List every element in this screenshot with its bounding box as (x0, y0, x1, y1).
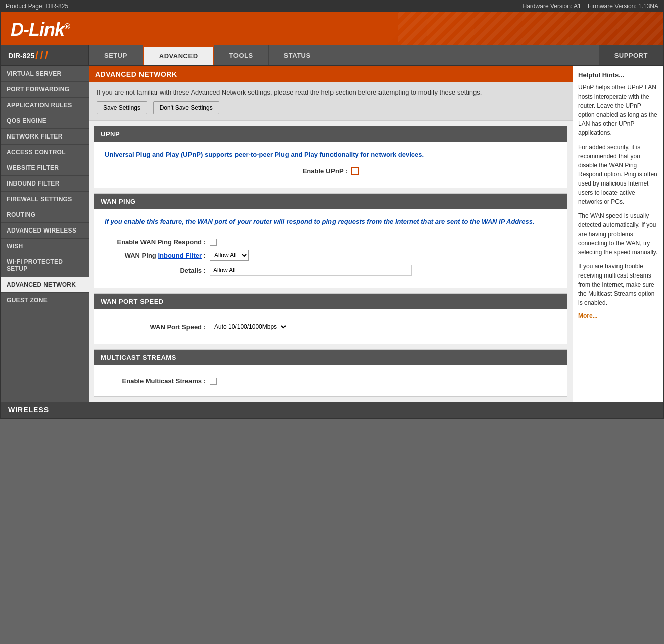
wan-ping-enable-row: Enable WAN Ping Respond : (105, 238, 557, 246)
sidebar-item-access-control[interactable]: ACCESS CONTROL (1, 145, 89, 160)
multicast-checkbox[interactable] (210, 378, 217, 385)
header: D-Link® (1, 12, 663, 45)
bottom-bar: WIRELESS (1, 402, 663, 418)
wan-ping-enable-label: Enable WAN Ping Respond : (105, 238, 206, 246)
sidebar-item-application-rules[interactable]: APPLICATION RULES (1, 98, 89, 113)
hint-4: If you are having trouble receiving mult… (578, 262, 658, 307)
upnp-enable-row: Enable UPnP : (105, 167, 557, 175)
wan-ping-respond-checkbox[interactable] (210, 239, 217, 246)
sidebar-item-advanced-network[interactable]: ADVANCED NETWORK (1, 277, 89, 293)
info-text: If you are not familiar with these Advan… (97, 88, 565, 96)
sidebar-item-guest-zone[interactable]: GUEST ZONE (1, 293, 89, 308)
hint-1: UPnP helps other UPnP LAN hosts interope… (578, 83, 658, 137)
top-bar: Product Page: DIR-825 Hardware Version: … (1, 1, 663, 12)
inbound-filter-link[interactable]: Inbound Filter (158, 252, 202, 259)
tab-status[interactable]: STATUS (269, 45, 326, 65)
info-box: If you are not familiar with these Advan… (89, 82, 573, 121)
hint-3: The WAN speed is usually detected automa… (578, 211, 658, 257)
sidebar-item-wish[interactable]: WISH (1, 239, 89, 254)
wan-ping-filter-select[interactable]: Allow All Block All (210, 250, 249, 261)
wan-port-speed-section: WAN PORT SPEED WAN Port Speed : Auto 10/… (94, 293, 567, 344)
more-link[interactable]: More... (578, 312, 598, 319)
product-label: Product Page: DIR-825 (6, 3, 68, 10)
wan-ping-section-title: WAN PING (94, 194, 567, 209)
details-label: Details : (105, 267, 206, 274)
hints-title: Helpful Hints... (578, 71, 658, 79)
upnp-content: Universal Plug and Play (UPnP) supports … (94, 142, 567, 188)
multicast-content: Enable Multicast Streams : (94, 365, 567, 396)
upnp-section: UPNP Universal Plug and Play (UPnP) supp… (94, 126, 567, 188)
dont-save-settings-button[interactable]: Don't Save Settings (153, 101, 219, 114)
wan-port-speed-title: WAN PORT SPEED (94, 294, 567, 309)
multicast-enable-row: Enable Multicast Streams : (105, 377, 557, 385)
sidebar-item-qos-engine[interactable]: QOS ENGINE (1, 113, 89, 129)
tab-support[interactable]: SUPPORT (599, 45, 663, 65)
wan-ping-description: If you enable this feature, the WAN port… (105, 217, 557, 227)
advanced-network-title: ADVANCED NETWORK (89, 66, 573, 82)
sidebar-item-routing[interactable]: ROUTING (1, 207, 89, 223)
version-info: Hardware Version: A1 Firmware Version: 1… (523, 3, 658, 10)
sidebar-item-advanced-wireless[interactable]: ADVANCED WIRELESS (1, 223, 89, 239)
upnp-enable-label: Enable UPnP : (303, 167, 348, 175)
wan-port-speed-select[interactable]: Auto 10/100/1000Mbps 10Mbps Half-Duplex … (210, 321, 288, 332)
sidebar-item-website-filter[interactable]: WEBSITE FILTER (1, 160, 89, 176)
multicast-section: MULTICAST STREAMS Enable Multicast Strea… (94, 349, 567, 397)
sidebar: VIRTUAL SERVER PORT FORWARDING APPLICATI… (1, 66, 89, 402)
sidebar-item-firewall-settings[interactable]: FIREWALL SETTINGS (1, 192, 89, 207)
tab-advanced[interactable]: ADVANCED (143, 45, 214, 65)
multicast-enable-label: Enable Multicast Streams : (105, 377, 206, 385)
upnp-description: Universal Plug and Play (UPnP) supports … (105, 150, 557, 160)
wan-port-speed-row: WAN Port Speed : Auto 10/100/1000Mbps 10… (105, 321, 557, 332)
nav-tabs: DIR-825 / / / SETUP ADVANCED TOOLS STATU… (1, 45, 663, 66)
bottom-label: WIRELESS (8, 406, 49, 414)
wan-port-speed-label: WAN Port Speed : (105, 323, 206, 331)
sidebar-item-wifi-protected[interactable]: WI-FI PROTECTED SETUP (1, 254, 89, 277)
wan-ping-section: WAN PING If you enable this feature, the… (94, 193, 567, 289)
save-settings-button[interactable]: Save Settings (97, 101, 147, 114)
sidebar-item-inbound-filter[interactable]: INBOUND FILTER (1, 176, 89, 192)
dlink-logo: D-Link® (11, 19, 653, 40)
upnp-section-title: UPNP (94, 126, 567, 142)
hints-panel: Helpful Hints... UPnP helps other UPnP L… (573, 66, 663, 402)
nav-brand: DIR-825 / / / (1, 45, 89, 65)
middle-row: VIRTUAL SERVER PORT FORWARDING APPLICATI… (1, 66, 663, 402)
upnp-checkbox[interactable] (351, 167, 359, 175)
sidebar-item-network-filter[interactable]: NETWORK FILTER (1, 129, 89, 145)
wan-ping-content: If you enable this feature, the WAN port… (94, 209, 567, 288)
wan-ping-filter-row: WAN Ping Inbound Filter : Allow All Bloc… (105, 250, 557, 261)
tab-setup[interactable]: SETUP (89, 45, 143, 65)
details-input[interactable] (210, 265, 412, 276)
tab-tools[interactable]: TOOLS (214, 45, 269, 65)
multicast-title: MULTICAST STREAMS (94, 350, 567, 365)
wan-port-speed-content: WAN Port Speed : Auto 10/100/1000Mbps 10… (94, 309, 567, 344)
sidebar-item-virtual-server[interactable]: VIRTUAL SERVER (1, 66, 89, 82)
hint-2: For added security, it is recommended th… (578, 143, 658, 206)
main-content: ADVANCED NETWORK If you are not familiar… (89, 66, 573, 402)
wan-ping-filter-label: WAN Ping Inbound Filter : (105, 252, 206, 259)
sidebar-item-port-forwarding[interactable]: PORT FORWARDING (1, 82, 89, 98)
details-row: Details : (105, 265, 557, 276)
